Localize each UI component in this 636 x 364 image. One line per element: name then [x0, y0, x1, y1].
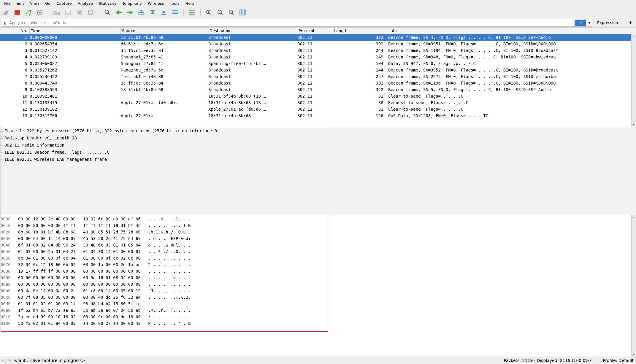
packet-row[interactable]: 40.022799189Shanghai_27:85:41Broadcast80…	[0, 54, 636, 60]
packet-bytes[interactable]: 0000 00 00 12 00 2e 48 00 00 10 02 6c 09…	[0, 215, 636, 357]
hex-row[interactable]: 0060 ac 04 01 00 00 0f ac 04 01 00 00 0f…	[1, 255, 636, 261]
scroll-up-icon[interactable]: ▴	[632, 34, 635, 39]
expert-info-icon[interactable]	[2, 359, 6, 362]
scrollbar[interactable]: ▴▾	[631, 215, 636, 357]
status-profile[interactable]: Profile: Default	[591, 358, 634, 363]
menu-edit[interactable]: Edit	[14, 1, 27, 6]
hex-row[interactable]: 0100 50 f2 02 01 01 84 00 03 a4 00 00 27…	[1, 320, 636, 327]
menu-wireless[interactable]: Wireless	[145, 1, 167, 6]
menu-capture[interactable]: Capture	[53, 1, 75, 6]
menu-telephony[interactable]: Telephony	[119, 1, 145, 6]
capture-comment-icon[interactable]: ✎	[8, 358, 12, 363]
svg-rect-30	[245, 10, 246, 15]
find-button[interactable]	[103, 8, 112, 17]
packet-row[interactable]: 100.10392348118:31:bf:4b:8b:68 (18:…802.…	[0, 93, 636, 99]
col-no[interactable]: No.	[0, 28, 30, 34]
menu-tools[interactable]: Tools	[167, 1, 182, 6]
expression-button[interactable]: Expression…	[594, 19, 625, 26]
go-back-button[interactable]	[115, 8, 123, 17]
detail-line[interactable]: IEEE 802.11 Beacon frame, Flags: .......…	[1, 149, 635, 156]
menu-go[interactable]: Go	[42, 1, 53, 6]
scrollbar[interactable]: ▴▾	[631, 34, 636, 127]
resize-columns-button[interactable]	[239, 8, 247, 17]
colorize-button[interactable]	[188, 8, 196, 17]
packet-row[interactable]: 90.10238859318:31:bf:4b:8b:68Broadcast80…	[0, 86, 636, 93]
packet-row[interactable]: 80.0804437403e:f5:cc:0e:35:84Broadcast80…	[0, 80, 636, 86]
packet-row[interactable]: 30.0118271423c:f5:cc:0e:35:84Broadcast80…	[0, 47, 636, 54]
go-forward-button[interactable]	[126, 8, 134, 17]
col-length[interactable]: Length	[333, 28, 388, 34]
packet-row[interactable]: 70.055536422Tp-LinkT_ef:48:88Broadcast80…	[0, 73, 636, 80]
zoom-reset-button[interactable]	[216, 8, 224, 17]
svg-rect-8	[138, 12, 144, 13]
auto-scroll-button[interactable]	[171, 8, 179, 17]
packet-row[interactable]: 20.002654354d6:61:fe:cd:7a:6eBroadcast80…	[0, 41, 636, 47]
hex-row[interactable]: 0050 01 03 00 00 2a 01 04 2f 01 04 30 14…	[1, 248, 636, 255]
separator	[183, 9, 184, 16]
col-destination[interactable]: Destination	[208, 28, 297, 34]
packet-row[interactable]: 120.130139102Apple_27:01:ac (d0:a6:…802.…	[0, 106, 636, 112]
open-file-button[interactable]	[53, 8, 61, 17]
hex-row[interactable]: 00a0 00 00 00 00 00 00 00 00 00 00 00 00…	[1, 281, 636, 287]
display-filter-input[interactable]	[7, 19, 574, 26]
go-first-button[interactable]	[148, 8, 157, 17]
packet-list-headers: No. Time Source Destination Protocol Len…	[0, 27, 636, 34]
packet-row[interactable]: 50.024060087Shanghai_27:85:41Spanning-tr…	[0, 60, 636, 67]
reload-button[interactable]	[86, 8, 95, 17]
menu-file[interactable]: File	[1, 1, 14, 6]
filter-dropdown-button[interactable]: ▾	[586, 20, 592, 25]
go-to-packet-button[interactable]	[137, 8, 145, 17]
menu-view[interactable]: View	[27, 1, 42, 6]
scroll-down-icon[interactable]: ▾	[632, 122, 635, 127]
hex-row[interactable]: 00c0 00 7f 08 05 00 08 00 00 00 00 40 dd…	[1, 294, 636, 301]
col-source[interactable]: Source	[121, 28, 208, 34]
scroll-up-icon[interactable]: ▴	[632, 215, 635, 220]
detail-line[interactable]: 802.11 radio information	[1, 142, 635, 149]
svg-rect-0	[15, 10, 20, 15]
go-last-button[interactable]	[160, 8, 168, 17]
packet-row[interactable]: 10.00000000018:31:bf:4b:8b:68Broadcast80…	[0, 34, 636, 41]
hex-row[interactable]: 0010 00 00 80 00 00 00 ff ff ff ff ff ff…	[1, 222, 636, 229]
packet-row[interactable]: 60.035271262Hangzhou_cd:7a:6eBroadcast80…	[0, 67, 636, 73]
close-button[interactable]	[75, 8, 83, 17]
save-button[interactable]	[64, 8, 72, 17]
status-stats: Packets: 2119 · Displayed: 2119 (100.0%)	[504, 358, 591, 363]
hex-row[interactable]: 00f0 3a ed dd 09 00 10 18 02 03 00 9c 00…	[1, 314, 636, 320]
filter-apply-button[interactable]: →	[575, 20, 586, 26]
shark-fin-icon[interactable]	[2, 8, 10, 17]
toolbar	[0, 7, 636, 18]
menu-help[interactable]: Help	[182, 1, 197, 6]
zoom-in-button[interactable]	[205, 8, 213, 17]
restart-capture-button[interactable]	[24, 8, 33, 17]
scroll-down-icon[interactable]: ▾	[632, 352, 635, 357]
hex-row[interactable]: 0030 00 00 64 00 11 14 00 09 45 53 50 2d…	[1, 235, 636, 242]
stop-capture-button[interactable]	[13, 8, 21, 17]
col-time[interactable]: Time	[30, 28, 121, 34]
col-info[interactable]: Info	[388, 28, 636, 34]
col-protocol[interactable]: Protocol	[297, 28, 333, 34]
svg-point-2	[39, 12, 41, 13]
packet-list[interactable]: 10.00000000018:31:bf:4b:8b:68Broadcast80…	[0, 34, 636, 127]
capture-options-button[interactable]	[36, 8, 44, 17]
bookmark-icon[interactable]: ▮	[2, 20, 7, 25]
hex-row[interactable]: 00b0 00 4a 0e 14 00 0a 00 2c 01 c8 00 14…	[1, 287, 636, 294]
hex-row[interactable]: 0090 00 00 00 00 00 00 00 00 00 3d 16 01…	[1, 274, 636, 281]
hex-row[interactable]: 00d0 01 01 01 02 01 00 03 14 98 d8 bd b4…	[1, 301, 636, 307]
hex-row[interactable]: 00e0 1f 52 b4 b5 b7 72 ae e5 5b ab 3a ed…	[1, 307, 636, 314]
detail-line[interactable]: Frame 1: 322 bytes on wire (2576 bits), …	[1, 128, 635, 135]
menu-statistics[interactable]: Statistics	[96, 1, 119, 6]
svg-line-7	[108, 13, 110, 15]
zoom-out-button[interactable]	[227, 8, 236, 17]
packet-row[interactable]: 130.130315706Apple_27:01:ac18:31:bf:4b:8…	[0, 112, 636, 119]
hex-row[interactable]: 0020 8b 68 18 31 bf 4b 8b 68 40 00 85 51…	[1, 229, 636, 235]
menu-analyze[interactable]: Analyze	[75, 1, 96, 6]
packet-row[interactable]: 110.130133475Apple_27:01:ac (d0:a6:…18:3…	[0, 99, 636, 106]
detail-line[interactable]: IEEE 802.11 wireless LAN management fram…	[1, 156, 635, 163]
hex-row[interactable]: 0000 00 00 12 00 2e 48 00 00 10 02 6c 09…	[1, 216, 636, 222]
hex-row[interactable]: 0070 32 04 0c 12 18 60 0b 05 03 00 1a 00…	[1, 261, 636, 268]
hex-row[interactable]: 0080 19 17 ff ff ff 00 00 00 00 00 00 00…	[1, 268, 636, 274]
hex-row[interactable]: 0040 6f 01 08 82 84 8b 96 24 30 48 6c 03…	[1, 242, 636, 248]
packet-details[interactable]: Frame 1: 322 bytes on wire (2576 bits), …	[0, 127, 636, 215]
detail-line[interactable]: Radiotap Header v0, Length 18	[1, 135, 635, 142]
add-filter-button[interactable]: +	[626, 19, 635, 27]
